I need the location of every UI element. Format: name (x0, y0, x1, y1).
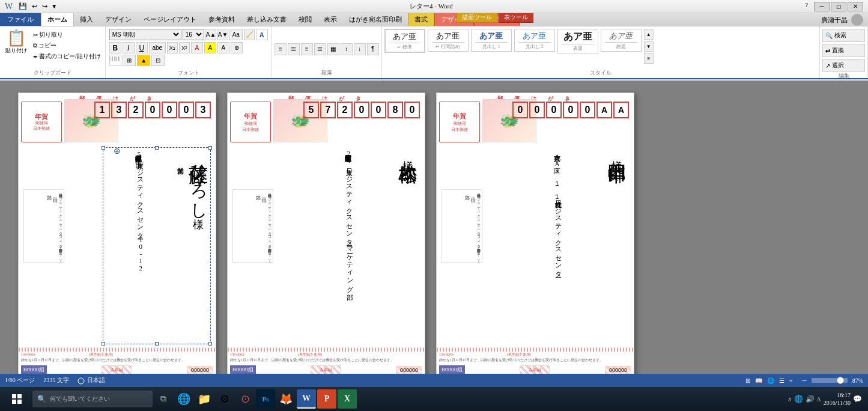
taskbar-edge-icon[interactable]: 🌐 (174, 389, 193, 409)
superscript-btn[interactable]: X² (179, 42, 190, 53)
align-right-btn[interactable]: ≡ (301, 43, 313, 55)
tab-view[interactable]: 表示 (318, 13, 343, 26)
tab-design[interactable]: デザイン (99, 13, 138, 26)
postcard-3: 郵 便 は が き 年賀 郵便局 日本郵便 🐲 0 0 0 0 0 A A 田中… (436, 93, 634, 374)
style-heading1[interactable]: あア亜 見出し 1 (471, 29, 512, 52)
tab-layout[interactable]: ページレイアウト (138, 13, 202, 26)
sender-2: 株式会社信日ロジスティクスセンター・コスタ・東京江戸川区春5丁目-10-1-て … (232, 189, 273, 263)
view-draft-btn[interactable]: ≡ (789, 377, 793, 384)
underline-btn[interactable]: U (136, 42, 148, 53)
border2-btn[interactable]: ⊡ (151, 55, 165, 66)
taskbar-word-icon[interactable]: W (297, 389, 316, 409)
taskbar-ppt-icon[interactable]: P (317, 389, 336, 409)
subscript-btn[interactable]: X₂ (167, 42, 178, 53)
tab-references[interactable]: 参考資料 (202, 13, 241, 26)
restore-btn[interactable]: ◻ (831, 2, 846, 11)
taskbar-search[interactable]: 🔍 何でも聞いてください (32, 391, 153, 407)
clock[interactable]: 16:17 2016/11/30 (824, 391, 851, 407)
zip-2: 5 7 2 0 0 8 0 (303, 102, 420, 118)
text-highlight-btn[interactable]: A (204, 42, 216, 53)
format-copy-btn[interactable]: ✒ 書式のコピー/貼り付け (31, 52, 103, 61)
column-btn[interactable]: ▦ (327, 43, 339, 55)
network-icon[interactable]: 🌐 (794, 395, 803, 404)
highlight-btn[interactable]: A (256, 29, 268, 40)
font-color2-btn[interactable]: A (217, 42, 229, 53)
view-normal-btn[interactable]: ⊞ (745, 377, 750, 384)
tab-home[interactable]: ホーム (41, 13, 74, 26)
font-size-select[interactable]: 16 (183, 29, 204, 40)
tab-insert[interactable]: 挿入 (74, 13, 99, 26)
tab-file[interactable]: ファイル (0, 13, 41, 26)
close-btn[interactable]: ✕ (848, 2, 863, 11)
font-row1: MS 明朝 16 A▲ A▼ Aa 🧹 A (109, 29, 268, 40)
style-standard[interactable]: あア亜 ↵ 標準 (384, 29, 425, 53)
shading-btn[interactable]: ▲ (137, 55, 150, 66)
cut-btn[interactable]: ✂ 切り取り (31, 30, 103, 40)
taskbar-excel-icon[interactable]: X (338, 389, 357, 409)
help-btn[interactable]: ? (806, 2, 808, 11)
redo-btn[interactable]: ↪ (42, 2, 47, 10)
font-name-select[interactable]: MS 明朝 (109, 29, 181, 40)
taskbar-ps-icon[interactable]: Ps (256, 389, 275, 409)
style-heading2[interactable]: あア亜 見出し 2 (514, 29, 555, 52)
justify-btn[interactable]: ☰ (314, 43, 326, 55)
clear-format-btn[interactable]: 🧹 (244, 29, 255, 40)
taskbar-firefox-icon[interactable]: 🦊 (276, 389, 296, 409)
style-subtitle[interactable]: あア亜 副題 (601, 29, 642, 52)
page-info[interactable]: 1/60 ページ (5, 376, 35, 385)
taskbar-explorer-icon[interactable]: 📁 (195, 389, 214, 409)
tab-table-tools[interactable]: 表ツール (499, 12, 533, 23)
start-btn[interactable] (2, 388, 31, 410)
line-spacing-btn[interactable]: ↕ (341, 43, 353, 55)
window-title: レター4 - Word (57, 2, 805, 11)
save-quick-btn[interactable]: 💾 (19, 2, 27, 10)
view-web-btn[interactable]: 🌐 (767, 377, 774, 384)
address-block-1: 佐藤 ひろし 様 営業部 東京都江戸川区春江町5丁目 東京ロジスティクスセンター… (103, 147, 211, 344)
style-title[interactable]: あア亜 表題 (557, 29, 598, 53)
tab-writing[interactable]: 書式 (408, 13, 434, 26)
font-color-btn[interactable]: A (191, 42, 203, 53)
tab-drawing-tools[interactable]: 描画ツール (457, 12, 497, 23)
style-down-btn[interactable]: ▼ (644, 41, 654, 52)
change-case-btn[interactable]: Aa (229, 29, 243, 40)
tab-mailings[interactable]: 差し込み文書 (241, 13, 293, 26)
keyboard-icon[interactable]: A (817, 396, 821, 403)
style-up-btn[interactable]: ▲ (644, 29, 654, 40)
minimize-btn[interactable]: ─ (814, 2, 830, 11)
undo-btn[interactable]: ↩ (32, 2, 37, 10)
zoom-level[interactable]: 87% (852, 377, 863, 384)
tray-chevron[interactable]: ∧ (788, 396, 792, 403)
more-font-btn[interactable]: ⊕ (231, 42, 243, 53)
task-view-btn[interactable]: ⧉ (154, 389, 173, 409)
user-area: 廣瀬千晶 (821, 14, 868, 26)
zoom-slider[interactable] (812, 378, 848, 383)
align-center-btn[interactable]: ☰ (288, 43, 300, 55)
paste-btn[interactable]: 📋 貼り付け (2, 29, 30, 56)
customize-btn[interactable]: ▼ (51, 3, 57, 10)
strikethrough-btn[interactable]: abe (149, 42, 166, 53)
move-handle-1[interactable]: ⊕ (114, 146, 121, 156)
tab-hagaki[interactable]: はがき宛名面印刷 (343, 13, 408, 26)
view-outline-btn[interactable]: ☰ (779, 377, 785, 384)
select-btn[interactable]: ↗ 選択 (822, 59, 865, 72)
taskbar-settings-icon[interactable]: ⚙ (215, 389, 234, 409)
view-read-btn[interactable]: 📖 (755, 377, 762, 384)
style-more-btn[interactable]: ≡ (644, 53, 654, 64)
font-shrink-btn[interactable]: A▼ (217, 29, 228, 40)
search-btn[interactable]: 🔍 検索 (822, 29, 865, 42)
style-no-space[interactable]: あア亜 ↵ 行間詰め (428, 29, 469, 52)
notification-btn[interactable]: 💬 (853, 395, 862, 404)
volume-icon[interactable]: 🔊 (806, 395, 815, 404)
italic-btn[interactable]: I (123, 42, 135, 53)
tab-review[interactable]: 校閲 (293, 13, 318, 26)
border-btn[interactable]: ⊞ (123, 55, 136, 66)
para-mark-btn[interactable]: ¶ (367, 43, 379, 55)
replace-btn[interactable]: ⇄ 置換 (822, 44, 865, 57)
sort-btn[interactable]: ↓ (354, 43, 366, 55)
given-name-1: ひろし (190, 153, 207, 210)
copy-btn[interactable]: ⧉ コピー (31, 41, 103, 50)
bold-btn[interactable]: B (109, 42, 121, 53)
align-left-btn[interactable]: ≡ (275, 43, 287, 55)
taskbar-chrome-icon[interactable]: ⊙ (235, 389, 255, 409)
font-grow-btn[interactable]: A▲ (205, 29, 216, 40)
